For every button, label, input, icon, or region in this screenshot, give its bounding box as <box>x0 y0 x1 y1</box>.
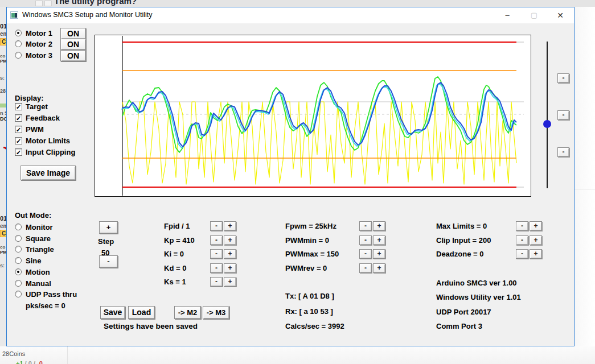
background-bottom-divider <box>67 346 68 364</box>
background-widget <box>44 1 52 6</box>
pwm-plus-button-3[interactable]: + <box>373 263 385 273</box>
minimize-button[interactable]: – <box>498 7 517 23</box>
pwm-param-label: PWMrev = 0 <box>285 264 327 272</box>
limits-param-label: Deadzone = 0 <box>436 250 483 258</box>
copy-to-m3-button[interactable]: -> M3 <box>203 306 229 319</box>
step-minus-button[interactable]: - <box>99 255 118 268</box>
info-line-0: Arduino SMC3 ver 1.00 <box>436 279 517 287</box>
pid-param-label: Ki = 0 <box>164 250 184 258</box>
limits-minus-button-1[interactable]: - <box>516 235 528 245</box>
background-fragment <box>0 104 6 107</box>
background-fragment: PM] <box>0 250 6 255</box>
info-line-2: UDP Port 20017 <box>436 308 491 316</box>
slider-minus-button-0[interactable]: - <box>557 73 569 83</box>
pwm-minus-button-3[interactable]: - <box>359 263 372 273</box>
pwm-plus-button-1[interactable]: + <box>373 235 385 245</box>
scale-slider-track[interactable] <box>547 42 548 188</box>
limits-param-label: Clip Input = 200 <box>436 236 491 245</box>
out-mode-label: Motion <box>26 268 50 276</box>
scope-chart-svg <box>95 35 531 196</box>
motor-on-button-1[interactable]: ON <box>60 28 86 39</box>
pwm-minus-button-1[interactable]: - <box>359 235 372 245</box>
pid-param-label: Kd = 0 <box>164 264 186 272</box>
slider-minus-button-2[interactable]: - <box>557 147 569 157</box>
background-right-area <box>575 7 595 364</box>
display-label: Feedback <box>26 114 60 122</box>
app-icon-right <box>15 13 17 18</box>
pid-minus-button-0[interactable]: - <box>210 221 223 231</box>
out-mode-label: Square <box>26 234 51 243</box>
copy-to-m2-button[interactable]: -> M2 <box>174 306 201 319</box>
motor-radio-3[interactable] <box>15 52 22 59</box>
display-label: Input Clipping <box>26 148 75 156</box>
slider-minus-button-1[interactable]: - <box>557 110 569 120</box>
pid-plus-button-0[interactable]: + <box>224 221 236 231</box>
motor-on-button-2[interactable]: ON <box>60 39 86 50</box>
pwm-minus-button-0[interactable]: - <box>359 221 372 231</box>
window-title: Windows SMC3 Setup and Monitor Utility <box>22 11 153 19</box>
pid-minus-button-3[interactable]: - <box>210 263 223 273</box>
out-mode-radio-monitor[interactable] <box>15 224 22 230</box>
out-mode-radio-sine[interactable] <box>15 257 22 264</box>
display-checkbox-motor-limits[interactable]: ✓ <box>15 137 22 144</box>
motor-radio-2[interactable] <box>15 40 22 47</box>
scale-slider-handle[interactable] <box>543 120 551 128</box>
pwm-plus-button-0[interactable]: + <box>373 221 385 231</box>
limits-minus-button-2[interactable]: - <box>516 249 528 259</box>
limits-plus-button-2[interactable]: + <box>530 249 542 259</box>
background-fragment: co <box>0 245 5 250</box>
out-mode-radio-motion[interactable] <box>15 268 22 275</box>
pwm-minus-button-2[interactable]: - <box>359 249 372 259</box>
background-fragment: DO <box>0 116 6 122</box>
motor-radio-1[interactable] <box>15 30 22 36</box>
motor-on-button-3[interactable]: ON <box>60 50 86 61</box>
background-fragment: em <box>0 223 6 229</box>
background-fragment: s: <box>0 75 5 81</box>
status-message: Settings have been saved <box>104 322 198 330</box>
limits-minus-button-0[interactable]: - <box>516 221 528 231</box>
background-page-title: The utility program? <box>54 0 137 6</box>
motor-label-2: Motor 2 <box>26 40 52 48</box>
count-negative: -0 <box>37 360 43 364</box>
limits-plus-button-0[interactable]: + <box>530 221 542 231</box>
pid-param-label: Kp = 410 <box>164 236 195 245</box>
background-top-strip: The utility program? <box>0 0 595 7</box>
step-plus-button[interactable]: + <box>99 221 118 234</box>
pid-minus-button-4[interactable]: - <box>210 277 223 287</box>
out-mode-label: Monitor <box>26 223 53 231</box>
out-mode-radio-udp-pass-thru[interactable] <box>15 291 22 297</box>
save-button[interactable]: Save <box>100 306 125 319</box>
display-checkbox-target[interactable]: ✓ <box>15 103 22 110</box>
limits-param-label: Max Limits = 0 <box>436 222 487 230</box>
out-mode-radio-manual[interactable] <box>15 280 22 287</box>
out-mode-label: Sine <box>26 257 41 265</box>
info-line-1: Windows Utility ver 1.01 <box>436 293 521 301</box>
pks-per-sec-label: pks/sec = 0 <box>26 301 65 310</box>
vote-counts: +1 / 0 / -0 <box>16 360 43 364</box>
background-widget <box>35 1 43 6</box>
pid-plus-button-4[interactable]: + <box>224 277 236 287</box>
background-fragment: 01 <box>0 215 6 222</box>
background-fragment: 01 <box>0 23 6 30</box>
pid-minus-button-1[interactable]: - <box>210 235 223 245</box>
pid-plus-button-2[interactable]: + <box>224 249 236 259</box>
pid-plus-button-1[interactable]: + <box>224 235 236 245</box>
display-checkbox-feedback[interactable]: ✓ <box>15 114 22 122</box>
count-middle: / 0 / <box>23 360 37 364</box>
motor-label-3: Motor 3 <box>26 51 52 60</box>
display-checkbox-pwm[interactable]: ✓ <box>15 126 22 133</box>
out-mode-radio-square[interactable] <box>15 235 22 242</box>
limits-plus-button-1[interactable]: + <box>530 235 542 245</box>
pid-plus-button-3[interactable]: + <box>224 263 236 273</box>
close-button[interactable]: ✕ <box>551 7 570 23</box>
title-bar[interactable]: Windows SMC3 Setup and Monitor Utility –… <box>7 7 574 23</box>
background-fragment: Co <box>0 38 6 46</box>
display-checkbox-input-clipping[interactable]: ✓ <box>15 148 22 156</box>
out-mode-radio-triangle[interactable] <box>15 246 22 253</box>
save-image-button[interactable]: Save Image <box>20 166 76 180</box>
rx-readout: Rx: [ a 10 53 ] <box>285 307 333 316</box>
out-mode-heading: Out Mode: <box>15 211 51 220</box>
pid-minus-button-2[interactable]: - <box>210 249 223 259</box>
pwm-plus-button-2[interactable]: + <box>373 249 385 259</box>
load-button[interactable]: Load <box>128 306 155 319</box>
